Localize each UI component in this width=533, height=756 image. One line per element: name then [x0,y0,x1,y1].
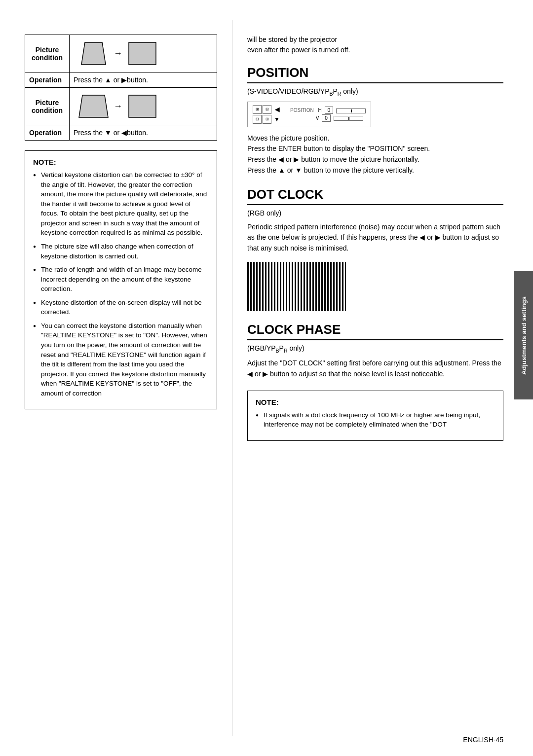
pos-label: POSITION [290,108,314,113]
note-title-left: NOTE: [33,158,209,166]
pos-h-value: 0 [325,107,334,114]
note-item: Keystone distortion of the on-screen dis… [33,298,209,317]
operation-text-2: Press the ▼ or ◀button. [70,125,217,141]
side-tab-label: Adjustments and settings [520,296,528,375]
table-row: Picturecondition → [25,35,217,72]
note-box-left: NOTE: Vertical keystone distortion can b… [25,150,217,409]
footer-text: ENGLISH-45 [463,736,503,744]
continuation-text: will be stored by the projector even aft… [247,35,503,55]
position-display-box: ⊞ ⊟ ◀ ⊡ ⊞ ▼ POSITION H 0 [247,102,371,127]
svg-marker-2 [79,95,108,117]
pos-v-value: 0 [322,114,331,122]
note-item: The picture size will also change when c… [33,242,209,261]
pos-icon-1: ⊞ [253,105,262,114]
trap-bottom-before [77,93,110,120]
operation-text-1: Press the ▲ or ▶button. [70,72,217,88]
svg-rect-3 [129,95,156,117]
arrow-icon-2: → [114,101,122,111]
pos-v-slider [334,116,363,121]
pos-h-label: H [318,108,322,113]
right-column: will be stored by the projector even aft… [232,20,533,736]
picture-diagram-2: → [70,88,217,125]
rect-after-1 [126,40,158,67]
note-item: You can correct the keystone distortion … [33,321,209,398]
svg-marker-0 [81,42,106,65]
note-item-right: If signals with a dot clock frequency of… [256,410,495,430]
table-row: Picturecondition → [25,88,217,125]
position-title: Position [247,65,503,83]
trap-top-before [77,40,110,67]
arrow-icon: → [114,48,122,59]
pos-icon-3: ⊡ [253,115,262,124]
position-values: POSITION H 0 V 0 [290,108,366,121]
position-subtitle: (S-VIDEO/VIDEO/RGB/YPBPR only) [247,87,503,97]
pos-spacer [290,115,303,121]
note-item: Vertical keystone distortion can be corr… [33,170,209,238]
note-list-left: Vertical keystone distortion can be corr… [33,170,209,398]
dot-clock-title: Dot Clock [247,187,503,205]
side-tab: Adjustments and settings [514,271,533,399]
position-body: Moves the picture position. Press the EN… [247,133,503,176]
picture-condition-label-1: Picturecondition [25,35,70,72]
clock-phase-title: Clock Phase [247,322,503,340]
dot-clock-subtitle: (RGB only) [247,209,503,217]
pos-icon-4: ⊞ [263,115,271,124]
dot-clock-section: Dot Clock (RGB only) Periodic striped pa… [247,187,503,311]
clock-phase-subtitle: (RGB/YPBPR only) [247,344,503,354]
table-row: Operation Press the ▼ or ◀button. [25,125,217,141]
rect-after-2 [126,93,158,120]
position-section: Position (S-VIDEO/VIDEO/RGB/YPBPR only) … [247,65,503,176]
note-list-right: If signals with a dot clock frequency of… [256,410,495,430]
operation-label-2: Operation [25,125,70,141]
picture-condition-label-2: Picturecondition [25,88,70,125]
pos-icon-right: ◀ [272,105,281,114]
position-icons: ⊞ ⊟ ◀ ⊡ ⊞ ▼ [253,105,281,124]
dot-clock-body: Periodic striped pattern interference (n… [247,222,503,254]
table-row: Operation Press the ▲ or ▶button. [25,72,217,88]
left-column: Picturecondition → [0,20,232,736]
pos-v-label: V [316,115,319,121]
picture-diagram-1: → [70,35,217,72]
pos-icon-2: ⊟ [263,105,271,114]
pos-icon-down: ▼ [272,115,281,124]
clock-phase-section: Clock Phase (RGB/YPBPR only) Adjust the … [247,322,503,380]
operation-label-1: Operation [25,72,70,88]
clock-phase-body: Adjust the "DOT CLOCK" setting first bef… [247,358,503,379]
stripe-pattern-image [247,262,346,311]
pos-h-slider [336,108,366,113]
note-box-right: NOTE: If signals with a dot clock freque… [247,391,503,441]
page-footer: ENGLISH-45 [463,736,503,744]
keystone-table: Picturecondition → [25,35,217,141]
note-title-right: NOTE: [256,398,495,406]
note-item: The ratio of length and width of an imag… [33,265,209,294]
svg-rect-1 [129,42,156,65]
